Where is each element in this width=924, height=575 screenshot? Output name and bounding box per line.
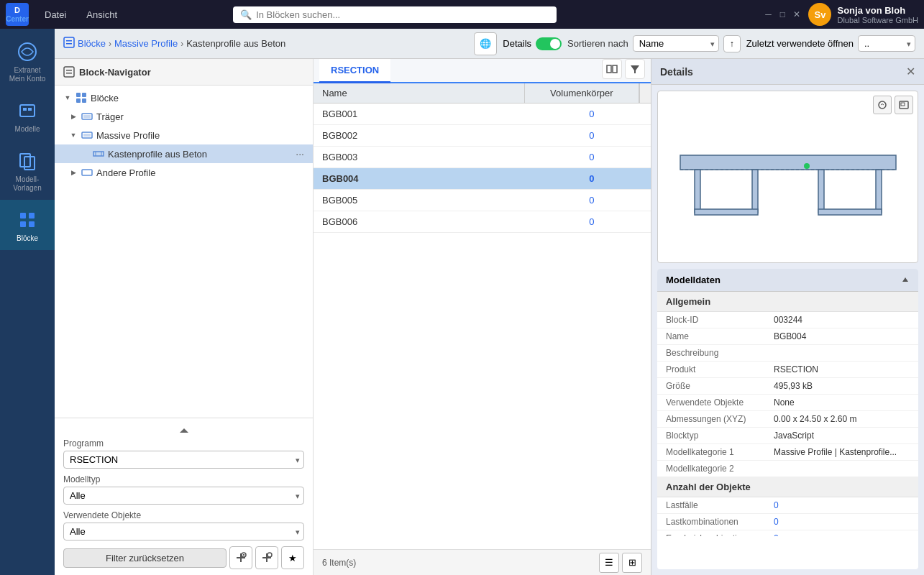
filter-label-programm: Programm [63,438,304,448]
filter-icon-button[interactable] [625,59,645,79]
list-view-button[interactable]: ☰ [599,553,619,573]
details-toggle-switch[interactable] [536,37,562,50]
svg-rect-41 [901,103,905,106]
list-cell-vol: 0 [533,211,651,232]
list-cell-name: BGB005 [314,190,533,211]
tree-toggle-traeger[interactable]: ▶ [69,112,78,121]
allgemein-title: Allgemein [657,292,918,312]
block-nav-tree: ▼ Blöcke ▶ Träger [55,86,313,418]
close-button[interactable]: ✕ [791,9,802,20]
list-row-selected[interactable]: BGB004 0 [314,168,651,190]
tree-toggle-massive[interactable]: ▼ [69,131,78,139]
list-row[interactable]: BGB005 0 [314,190,651,211]
data-row-abmessungen: Abmessungen (XYZ) 0.00 x 24.50 x 2.60 m [657,411,918,428]
tree-toggle-andere[interactable]: ▶ [69,168,78,177]
sidebar-item-modellvorlagen[interactable]: Modell-Vorlagen [0,141,55,200]
menu-datei[interactable]: Datei [35,5,76,24]
columns-icon-button[interactable] [602,59,622,79]
modelle-icon [14,98,40,124]
svg-rect-42 [666,112,910,242]
preview-icon-btn-2[interactable] [895,96,913,114]
tree-item-kastenprofile[interactable]: ▶ Kastenprofile aus Beton ··· [55,144,313,163]
globe-button[interactable]: 🌐 [474,32,497,55]
svg-rect-18 [76,98,81,103]
filter-select-modelltyp[interactable]: Alle 2D 3D [63,487,304,505]
filter-add-button-2[interactable] [255,546,278,569]
minimize-button[interactable]: ─ [762,9,774,20]
list-cell-name: BGB001 [314,104,533,124]
data-row-lastfaelle: Lastfälle 0 [657,497,918,514]
tab-rsection[interactable]: RSECTION [319,59,390,83]
data-label-beschreibung: Beschreibung [666,348,774,358]
filter-select-programm[interactable]: RSECTION RFEM RSTAB [63,451,304,469]
sidebar-item-extranet[interactable]: ExtranetMein Konto [0,32,55,91]
data-row-blockid: Block-ID 003244 [657,312,918,328]
breadcrumb-sep-2: › [180,39,183,49]
data-value-lastfaelle: 0 [774,500,779,510]
logo-area: D Center [6,3,29,26]
tree-label-bloecke: Blöcke [91,93,119,104]
data-row-verwendete: Verwendete Objekte None [657,395,918,411]
list-row[interactable]: BGB002 0 [314,125,651,147]
filter-star-button[interactable]: ★ [281,546,304,569]
data-row-beschreibung: Beschreibung [657,345,918,362]
list-view-buttons: ☰ ⊞ [599,553,642,573]
sidebar-item-bloecke[interactable]: Blöcke [0,200,55,250]
filter-reset-button[interactable]: Filter zurücksetzen [63,548,227,568]
list-row[interactable]: BGB003 0 [314,147,651,168]
shape-preview-svg [666,112,910,242]
data-label-ergkomb: Ergebniskombinationen [666,533,774,536]
search-input[interactable] [256,9,549,20]
data-label-name: Name [666,331,774,341]
tree-item-massive-profile[interactable]: ▼ Massive Profile [55,126,313,144]
list-row[interactable]: BGB006 0 [314,211,651,233]
list-row[interactable]: BGB001 0 [314,104,651,125]
search-bar: 🔍 [233,6,557,23]
breadcrumb-item-massive[interactable]: Massive Profile [114,38,178,49]
grid-view-button[interactable]: ⊞ [622,553,642,573]
data-row-kat2: Modellkategorie 2 [657,461,918,477]
recent-select[interactable]: .. [858,35,915,52]
sidebar-label-bloecke: Blöcke [17,234,38,243]
details-preview [657,91,918,263]
toggle-knob [550,39,560,49]
inner-layout: Block-Navigator ▼ Blöcke ▶ [55,59,924,575]
sort-select[interactable]: Name Größe Datum [633,35,719,52]
sidebar-label-modellvorlagen: Modell-Vorlagen [13,175,41,193]
sort-arrow-button[interactable]: ↑ [723,35,741,52]
details-close-button[interactable]: ✕ [906,65,915,78]
breadcrumb-item-bloecke[interactable]: Blöcke [78,38,106,49]
tree-dots-kastenprofile[interactable]: ··· [296,148,304,160]
block-nav-header: Block-Navigator [55,59,313,86]
tree-toggle-bloecke[interactable]: ▼ [63,93,72,102]
nav-bottom-arrow[interactable] [60,424,307,438]
menu-ansicht[interactable]: Ansicht [76,5,127,24]
svg-rect-3 [28,108,32,111]
list-cell-vol: 0 [533,125,651,146]
main-layout: ExtranetMein Konto Modelle Modell-Vorlag… [0,29,924,575]
tree-item-traeger[interactable]: ▶ Träger [55,107,313,126]
data-value-kat1: Massive Profile | Kastenprofile... [774,447,897,457]
svg-rect-6 [20,213,26,218]
anzahl-title: Anzahl der Objekte [657,477,918,497]
preview-icon-btn-1[interactable] [873,96,892,114]
maximize-button[interactable]: □ [777,9,788,20]
sidebar-item-modelle[interactable]: Modelle [0,91,55,141]
data-value-ergkomb: 0 [774,533,779,536]
svg-rect-36 [607,65,611,73]
data-label-produkt: Produkt [666,364,774,374]
data-label-lastfaelle: Lastfälle [666,500,774,510]
window-controls: ─ □ ✕ [762,9,802,20]
filter-add-button-1[interactable] [229,546,252,569]
details-title: Details [660,66,906,78]
filter-select-wrapper-verwendete: Alle Ja Nein [63,523,304,540]
tree-item-bloecke[interactable]: ▼ Blöcke [55,88,313,107]
filter-select-verwendete[interactable]: Alle Ja Nein [63,523,304,540]
svg-marker-52 [902,277,908,282]
tree-icon-bloecke [75,91,88,104]
data-label-blockid: Block-ID [666,315,774,325]
tree-item-andere[interactable]: ▶ Andere Profile [55,163,313,182]
list-cell-name: BGB004 [314,168,533,189]
data-label-blocktyp: Blocktyp [666,431,774,441]
filter-row-modelltyp: Modelltyp Alle 2D 3D [63,474,304,505]
